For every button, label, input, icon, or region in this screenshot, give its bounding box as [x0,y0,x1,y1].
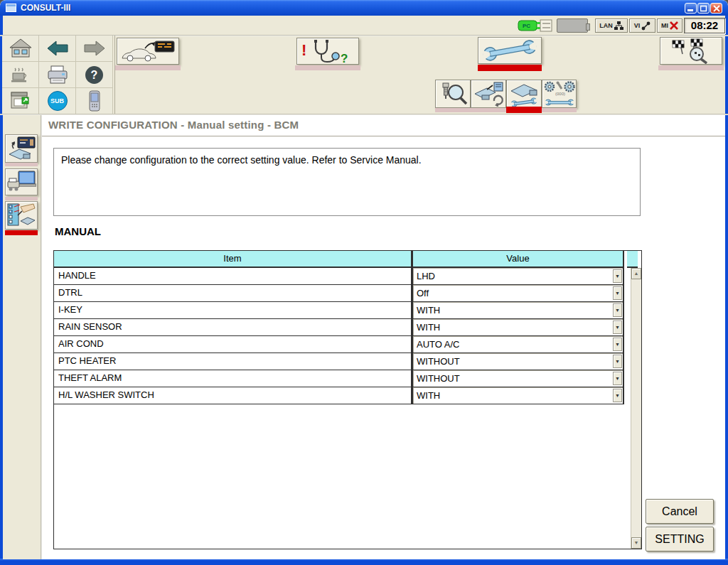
sidebar-write-config-button[interactable] [5,134,38,163]
diagnosis-stethoscope-icon: ! ? [300,38,355,64]
nav-grid: ? SUB [2,36,114,114]
setting-button[interactable]: SETTING [646,527,714,551]
pc-power-indicator: PC [518,18,553,33]
value-cell: WITH ▼ [413,319,624,336]
spark-plug-magnifier-icon [438,82,468,106]
value-dropdown[interactable]: Off [413,285,623,301]
instruction-message: Please change configuration to the corre… [53,148,641,216]
dropdown-arrow-icon[interactable]: ▼ [613,303,622,317]
dropdown-arrow-icon[interactable]: ▼ [613,286,622,300]
page-title: WRITE CONFIGURATION - Manual setting - B… [48,119,299,131]
value-cell: AUTO A/C ▼ [413,336,624,353]
value-dropdown[interactable]: WITH [413,302,623,318]
dropdown-arrow-icon[interactable]: ▼ [613,389,622,402]
maximize-button[interactable] [697,3,710,14]
configuration-table: Item Value HANDLE LHD ▼ DTRL Off ▼ I-KEY… [53,250,642,549]
exit-button[interactable] [2,88,39,114]
dropdown-arrow-icon[interactable]: ▼ [613,321,622,334]
dropdown-arrow-icon[interactable]: ▼ [613,372,622,385]
dropdown-arrow-icon[interactable]: ▼ [613,355,622,368]
table-row: PTC HEATER WITHOUT ▼ [54,353,641,370]
configuration-button[interactable] [506,80,542,108]
lan-status-button[interactable]: LAN [595,18,628,33]
manual-section-label: MANUAL [55,225,101,237]
back-arrow-icon [46,40,69,57]
value-dropdown[interactable]: AUTO A/C [413,336,623,353]
item-label: RAIN SENSOR [54,319,413,336]
value-dropdown[interactable]: WITH [413,387,623,404]
scroll-up-button[interactable]: ▲ [631,268,641,279]
column-header-item: Item [54,251,413,268]
table-row: I-KEY WITH ▼ [54,302,641,319]
item-label: PTC HEATER [54,353,413,370]
close-icon [713,5,720,12]
phone-icon [89,90,100,112]
item-label: THEFT ALARM [54,370,413,387]
mi-status-button[interactable]: MI [657,18,682,33]
minimize-button[interactable] [685,3,697,14]
final-check-strip [658,65,724,70]
svg-text:(000): (000) [555,92,565,96]
home-button[interactable] [2,36,39,62]
exit-window-icon [10,91,31,111]
svg-text:PC: PC [523,23,530,29]
laptop-printer-icon [6,170,36,194]
forward-button[interactable] [76,36,113,62]
item-label: AIR COND [54,336,413,353]
sub-mode-button[interactable]: SUB [39,88,76,114]
table-row: AIR COND AUTO A/C ▼ [54,336,641,353]
status-bar: PC LAN VI MI [3,16,725,36]
power-plug-icon: PC [518,18,553,33]
app-icon [6,4,16,12]
divider [114,36,115,114]
reprogramming-button[interactable] [471,80,506,108]
svg-text:!: ! [301,41,306,59]
vi-status-button[interactable]: VI [629,18,655,33]
sidebar-work-support-button[interactable] [5,201,38,230]
value-dropdown[interactable]: WITH [413,319,623,335]
ecu-wrench-icon [508,81,540,107]
inspection-button[interactable] [435,80,471,108]
dropdown-arrow-icon[interactable]: ▼ [613,269,622,283]
sidebar-pc-link-button[interactable] [5,168,38,195]
print-button[interactable] [39,62,76,88]
column-header-scroll [627,251,638,268]
repair-active-strip [478,65,542,71]
scroll-down-button[interactable]: ▼ [631,537,641,549]
diagnosis-button[interactable]: ! ? [296,38,359,65]
column-header-value: Value [413,251,624,268]
vehicle-selection-strip [115,65,181,70]
close-button[interactable] [710,3,722,14]
table-scrollbar[interactable]: ▲ ▼ [631,268,641,549]
coffee-cup-icon [10,65,31,85]
cancel-button[interactable]: Cancel [646,499,714,524]
ecu-reprogram-icon [473,81,504,107]
table-row: DTRL Off ▼ [54,285,641,302]
forward-arrow-icon [83,40,106,57]
item-label: HANDLE [54,268,413,285]
lan-label: LAN [599,22,613,29]
parts-replacement-button[interactable]: (000) [542,80,577,108]
final-check-button[interactable] [660,37,722,65]
break-button[interactable] [2,62,39,88]
back-button[interactable] [39,36,76,62]
help-button[interactable]: ? [76,62,113,88]
sub-icon: SUB [48,91,68,111]
repair-button[interactable] [478,37,542,64]
mi-label: MI [661,22,668,29]
mi-disconnected-icon [670,21,678,30]
table-row: THEFT ALARM WITHOUT ▼ [54,370,641,387]
value-dropdown[interactable]: LHD [413,268,623,284]
window-border-right [725,16,728,559]
wrench-icon [480,38,540,63]
phone-button[interactable] [76,88,113,114]
value-dropdown[interactable]: WITHOUT [413,370,623,387]
vi-cable-icon [641,21,651,31]
value-cell: Off ▼ [413,285,624,302]
consult-iii-window: CONSULT-III PC LAN [0,0,728,565]
vehicle-selection-button[interactable] [117,38,179,65]
svg-text:?: ? [341,52,348,64]
dropdown-arrow-icon[interactable]: ▼ [613,338,622,351]
value-dropdown[interactable]: WITHOUT [413,353,623,370]
item-label: H/L WASHER SWITCH [54,387,413,404]
